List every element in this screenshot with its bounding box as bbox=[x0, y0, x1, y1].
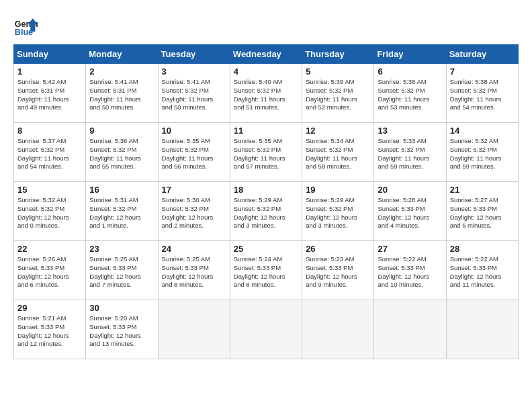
logo-icon: General Blue bbox=[13, 13, 38, 38]
calendar-week-3: 15Sunrise: 5:32 AM Sunset: 5:32 PM Dayli… bbox=[14, 182, 519, 241]
day-number: 8 bbox=[17, 126, 82, 136]
calendar-cell: 22Sunrise: 5:26 AM Sunset: 5:33 PM Dayli… bbox=[14, 241, 86, 300]
calendar-cell bbox=[446, 300, 518, 359]
calendar-cell bbox=[230, 300, 302, 359]
logo: General Blue bbox=[13, 13, 38, 38]
calendar-week-2: 8Sunrise: 5:37 AM Sunset: 5:32 PM Daylig… bbox=[14, 123, 519, 182]
day-info: Sunrise: 5:39 AM Sunset: 5:32 PM Dayligh… bbox=[306, 78, 370, 112]
day-info: Sunrise: 5:31 AM Sunset: 5:32 PM Dayligh… bbox=[89, 196, 154, 230]
calendar-cell: 19Sunrise: 5:29 AM Sunset: 5:32 PM Dayli… bbox=[302, 182, 374, 241]
day-info: Sunrise: 5:35 AM Sunset: 5:32 PM Dayligh… bbox=[234, 137, 298, 171]
day-number: 27 bbox=[378, 244, 442, 254]
day-info: Sunrise: 5:23 AM Sunset: 5:33 PM Dayligh… bbox=[306, 255, 370, 289]
day-info: Sunrise: 5:38 AM Sunset: 5:32 PM Dayligh… bbox=[378, 78, 442, 112]
day-info: Sunrise: 5:21 AM Sunset: 5:33 PM Dayligh… bbox=[17, 314, 82, 349]
calendar-cell: 9Sunrise: 5:36 AM Sunset: 5:32 PM Daylig… bbox=[86, 123, 158, 182]
day-info: Sunrise: 5:36 AM Sunset: 5:32 PM Dayligh… bbox=[89, 137, 154, 171]
day-number: 13 bbox=[378, 126, 442, 136]
calendar-cell: 29Sunrise: 5:21 AM Sunset: 5:33 PM Dayli… bbox=[14, 300, 86, 359]
calendar-cell: 14Sunrise: 5:32 AM Sunset: 5:32 PM Dayli… bbox=[446, 123, 518, 182]
calendar-cell: 17Sunrise: 5:30 AM Sunset: 5:32 PM Dayli… bbox=[158, 182, 230, 241]
day-number: 30 bbox=[89, 303, 154, 313]
day-number: 11 bbox=[234, 126, 298, 136]
calendar-cell: 20Sunrise: 5:28 AM Sunset: 5:33 PM Dayli… bbox=[374, 182, 446, 241]
day-number: 20 bbox=[378, 185, 442, 195]
day-number: 16 bbox=[89, 185, 154, 195]
calendar-cell: 26Sunrise: 5:23 AM Sunset: 5:33 PM Dayli… bbox=[302, 241, 374, 300]
calendar-cell: 11Sunrise: 5:35 AM Sunset: 5:32 PM Dayli… bbox=[230, 123, 302, 182]
day-number: 4 bbox=[234, 66, 298, 77]
day-info: Sunrise: 5:37 AM Sunset: 5:32 PM Dayligh… bbox=[17, 137, 82, 171]
day-info: Sunrise: 5:29 AM Sunset: 5:32 PM Dayligh… bbox=[234, 196, 298, 230]
day-info: Sunrise: 5:34 AM Sunset: 5:32 PM Dayligh… bbox=[306, 137, 370, 171]
calendar-cell: 27Sunrise: 5:22 AM Sunset: 5:33 PM Dayli… bbox=[374, 241, 446, 300]
weekday-header-friday: Friday bbox=[374, 45, 446, 64]
day-number: 17 bbox=[162, 185, 226, 195]
calendar-cell: 4Sunrise: 5:40 AM Sunset: 5:32 PM Daylig… bbox=[230, 64, 302, 123]
calendar-cell: 25Sunrise: 5:24 AM Sunset: 5:33 PM Dayli… bbox=[230, 241, 302, 300]
day-number: 14 bbox=[450, 126, 515, 136]
day-info: Sunrise: 5:22 AM Sunset: 5:33 PM Dayligh… bbox=[450, 255, 515, 289]
day-info: Sunrise: 5:38 AM Sunset: 5:32 PM Dayligh… bbox=[450, 78, 515, 112]
day-number: 18 bbox=[234, 185, 298, 195]
day-number: 22 bbox=[17, 244, 82, 254]
calendar-cell: 3Sunrise: 5:41 AM Sunset: 5:32 PM Daylig… bbox=[158, 64, 230, 123]
calendar-cell: 18Sunrise: 5:29 AM Sunset: 5:32 PM Dayli… bbox=[230, 182, 302, 241]
page-header: General Blue bbox=[13, 13, 519, 38]
day-info: Sunrise: 5:33 AM Sunset: 5:32 PM Dayligh… bbox=[378, 137, 442, 171]
day-number: 15 bbox=[17, 185, 82, 195]
day-number: 9 bbox=[89, 126, 154, 136]
day-info: Sunrise: 5:30 AM Sunset: 5:32 PM Dayligh… bbox=[162, 196, 226, 230]
calendar-cell: 24Sunrise: 5:25 AM Sunset: 5:33 PM Dayli… bbox=[158, 241, 230, 300]
weekday-header-saturday: Saturday bbox=[446, 45, 518, 64]
day-info: Sunrise: 5:42 AM Sunset: 5:31 PM Dayligh… bbox=[17, 78, 82, 112]
day-info: Sunrise: 5:40 AM Sunset: 5:32 PM Dayligh… bbox=[234, 78, 298, 112]
day-info: Sunrise: 5:41 AM Sunset: 5:31 PM Dayligh… bbox=[89, 78, 154, 112]
calendar-cell bbox=[158, 300, 230, 359]
day-number: 25 bbox=[234, 244, 298, 254]
calendar-cell: 12Sunrise: 5:34 AM Sunset: 5:32 PM Dayli… bbox=[302, 123, 374, 182]
day-number: 5 bbox=[306, 66, 370, 77]
day-number: 26 bbox=[306, 244, 370, 254]
calendar-cell: 21Sunrise: 5:27 AM Sunset: 5:33 PM Dayli… bbox=[446, 182, 518, 241]
day-number: 10 bbox=[162, 126, 226, 136]
day-number: 21 bbox=[450, 185, 515, 195]
day-info: Sunrise: 5:26 AM Sunset: 5:33 PM Dayligh… bbox=[17, 255, 82, 289]
calendar-week-4: 22Sunrise: 5:26 AM Sunset: 5:33 PM Dayli… bbox=[14, 241, 519, 300]
calendar-cell: 1Sunrise: 5:42 AM Sunset: 5:31 PM Daylig… bbox=[14, 64, 86, 123]
weekday-header-tuesday: Tuesday bbox=[158, 45, 230, 64]
day-number: 12 bbox=[306, 126, 370, 136]
calendar-cell: 7Sunrise: 5:38 AM Sunset: 5:32 PM Daylig… bbox=[446, 64, 518, 123]
day-number: 7 bbox=[450, 66, 515, 77]
day-info: Sunrise: 5:41 AM Sunset: 5:32 PM Dayligh… bbox=[162, 78, 226, 112]
day-info: Sunrise: 5:29 AM Sunset: 5:32 PM Dayligh… bbox=[306, 196, 370, 230]
day-info: Sunrise: 5:32 AM Sunset: 5:32 PM Dayligh… bbox=[450, 137, 515, 171]
calendar-cell: 5Sunrise: 5:39 AM Sunset: 5:32 PM Daylig… bbox=[302, 64, 374, 123]
day-info: Sunrise: 5:25 AM Sunset: 5:33 PM Dayligh… bbox=[89, 255, 154, 289]
calendar-cell: 2Sunrise: 5:41 AM Sunset: 5:31 PM Daylig… bbox=[86, 64, 158, 123]
svg-text:Blue: Blue bbox=[15, 28, 33, 37]
calendar-week-5: 29Sunrise: 5:21 AM Sunset: 5:33 PM Dayli… bbox=[14, 300, 519, 359]
day-number: 19 bbox=[306, 185, 370, 195]
day-number: 29 bbox=[17, 303, 82, 313]
calendar-table: SundayMondayTuesdayWednesdayThursdayFrid… bbox=[13, 44, 519, 359]
calendar-cell: 8Sunrise: 5:37 AM Sunset: 5:32 PM Daylig… bbox=[14, 123, 86, 182]
calendar-cell: 10Sunrise: 5:35 AM Sunset: 5:32 PM Dayli… bbox=[158, 123, 230, 182]
calendar-cell bbox=[302, 300, 374, 359]
weekday-header-thursday: Thursday bbox=[302, 45, 374, 64]
calendar-cell: 6Sunrise: 5:38 AM Sunset: 5:32 PM Daylig… bbox=[374, 64, 446, 123]
day-number: 28 bbox=[450, 244, 515, 254]
day-info: Sunrise: 5:32 AM Sunset: 5:32 PM Dayligh… bbox=[17, 196, 82, 230]
day-info: Sunrise: 5:28 AM Sunset: 5:33 PM Dayligh… bbox=[378, 196, 442, 230]
weekday-header-monday: Monday bbox=[86, 45, 158, 64]
weekday-header-wednesday: Wednesday bbox=[230, 45, 302, 64]
day-info: Sunrise: 5:22 AM Sunset: 5:33 PM Dayligh… bbox=[378, 255, 442, 289]
calendar-cell: 30Sunrise: 5:20 AM Sunset: 5:33 PM Dayli… bbox=[86, 300, 158, 359]
calendar-cell: 28Sunrise: 5:22 AM Sunset: 5:33 PM Dayli… bbox=[446, 241, 518, 300]
calendar-cell: 23Sunrise: 5:25 AM Sunset: 5:33 PM Dayli… bbox=[86, 241, 158, 300]
day-info: Sunrise: 5:25 AM Sunset: 5:33 PM Dayligh… bbox=[162, 255, 226, 289]
calendar-cell: 16Sunrise: 5:31 AM Sunset: 5:32 PM Dayli… bbox=[86, 182, 158, 241]
day-info: Sunrise: 5:35 AM Sunset: 5:32 PM Dayligh… bbox=[162, 137, 226, 171]
day-number: 24 bbox=[162, 244, 226, 254]
calendar-cell bbox=[374, 300, 446, 359]
